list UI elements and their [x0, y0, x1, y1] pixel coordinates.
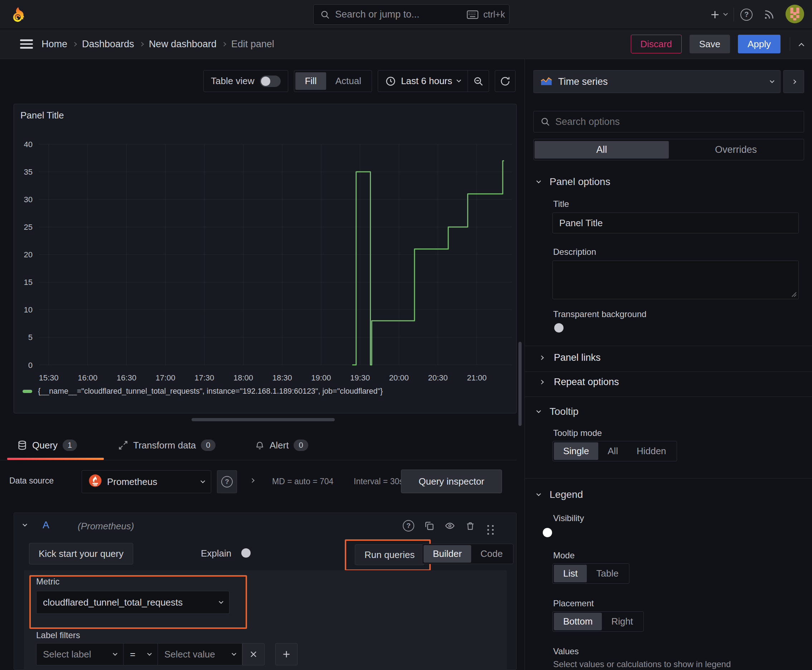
drag-handle-icon[interactable] [487, 525, 489, 527]
svg-text:15:30: 15:30 [39, 373, 58, 382]
bell-icon [255, 440, 264, 451]
panel-links-section[interactable]: Panel links [540, 352, 601, 363]
panel-title-input[interactable] [553, 213, 799, 233]
time-series-icon [540, 76, 553, 87]
menu-toggle-icon[interactable] [20, 39, 33, 49]
tab-transform-label: Transform data [133, 440, 196, 451]
kick-start-query-button[interactable]: Kick start your query [29, 543, 133, 564]
chevron-down-icon [723, 11, 728, 16]
chart-legend[interactable]: {__name__="cloudflared_tunnel_total_requ… [22, 387, 383, 396]
discard-button[interactable]: Discard [631, 35, 681, 53]
options-tab-overrides[interactable]: Overrides [669, 141, 803, 159]
breadcrumb-dashboards[interactable]: Dashboards [82, 39, 134, 50]
plus-icon [710, 9, 720, 20]
vertical-scrollbar[interactable] [519, 342, 522, 426]
query-options-expand-icon[interactable] [250, 478, 254, 483]
panel-view-toolbar: Table view Fill Actual Last 6 hours [0, 70, 517, 92]
table-view-toggle[interactable] [260, 76, 281, 87]
tooltip-header-label: Tooltip [549, 406, 578, 417]
tab-alert[interactable]: Alert 0 [255, 440, 308, 451]
datasource-picker[interactable]: Prometheus [81, 470, 211, 493]
legend-series-label: {__name__="cloudflared_tunnel_total_requ… [38, 387, 383, 396]
description-field-label: Description [553, 247, 596, 257]
options-search[interactable] [534, 111, 804, 132]
collapse-options-pane-icon[interactable] [799, 42, 805, 48]
options-tab-all[interactable]: All [534, 141, 669, 159]
news-rss-icon[interactable] [763, 9, 775, 20]
options-search-input[interactable] [555, 116, 797, 127]
help-icon[interactable]: ? [741, 8, 753, 21]
query-inspector-button[interactable]: Query inspector [401, 470, 502, 493]
datasource-help-button[interactable]: ? [217, 470, 237, 493]
search-icon [320, 10, 330, 20]
code-option[interactable]: Code [471, 545, 512, 563]
transparent-background-label: Transparent background [553, 309, 647, 319]
breadcrumb-home[interactable]: Home [42, 39, 67, 50]
apply-button[interactable]: Apply [738, 35, 780, 53]
tab-alert-count: 0 [293, 440, 308, 451]
tab-query[interactable]: Query 1 [17, 440, 77, 451]
delete-query-trash-icon[interactable] [465, 521, 475, 531]
tooltip-section-header[interactable]: Tooltip [537, 406, 578, 417]
avatar[interactable] [785, 5, 804, 25]
run-queries-button[interactable]: Run queries [355, 544, 424, 565]
query-collapse-icon[interactable] [22, 522, 27, 526]
new-menu-button[interactable] [710, 9, 727, 20]
global-search-input[interactable] [335, 9, 462, 20]
time-range-control: Last 6 hours [378, 70, 489, 92]
save-button[interactable]: Save [690, 35, 730, 53]
time-series-chart: 051015202530354015:3016:0016:3017:0017:3… [14, 126, 516, 392]
svg-text:18:30: 18:30 [273, 373, 292, 382]
legend-mode-table[interactable]: Table [587, 565, 627, 582]
add-filter-button[interactable] [275, 643, 298, 665]
fill-option[interactable]: Fill [295, 72, 326, 90]
svg-text:25: 25 [24, 223, 32, 232]
global-search[interactable]: ctrl+k [313, 4, 509, 25]
section-divider [525, 478, 812, 479]
query-options-interval[interactable]: Interval = 30s [354, 477, 403, 486]
time-range-picker[interactable]: Last 6 hours [378, 76, 468, 86]
collapse-viz-options-button[interactable] [783, 70, 804, 93]
svg-text:19:30: 19:30 [350, 373, 370, 382]
tooltip-mode-all[interactable]: All [598, 442, 627, 460]
toggle-visibility-eye-icon[interactable] [444, 521, 455, 531]
repeat-options-section[interactable]: Repeat options [540, 377, 619, 387]
svg-text:20:30: 20:30 [428, 373, 448, 382]
operator-dropdown[interactable]: = [124, 643, 158, 665]
panel-resize-handle[interactable] [192, 418, 335, 421]
duplicate-query-icon[interactable] [424, 521, 434, 531]
builder-option[interactable]: Builder [424, 545, 471, 563]
panel-options-header[interactable]: Panel options [537, 176, 610, 188]
zoom-out-icon[interactable] [468, 71, 489, 91]
query-ref-id[interactable]: A [42, 519, 49, 531]
select-value-dropdown[interactable]: Select value [158, 643, 242, 665]
active-tab-underline [7, 458, 104, 460]
description-textarea[interactable] [553, 261, 799, 299]
remove-filter-button[interactable] [242, 643, 264, 665]
grafana-logo-icon[interactable] [11, 7, 26, 24]
query-help-icon[interactable]: ? [403, 520, 414, 531]
chevron-down-icon [200, 479, 205, 483]
legend-placement-right[interactable]: Right [602, 613, 642, 630]
refresh-button[interactable] [495, 70, 515, 92]
clock-icon [385, 76, 396, 86]
legend-visibility-label: Visibility [553, 513, 584, 523]
actual-option[interactable]: Actual [326, 72, 371, 90]
tooltip-mode-single[interactable]: Single [554, 442, 598, 460]
svg-text:20:00: 20:00 [389, 373, 409, 382]
legend-section-header[interactable]: Legend [537, 489, 583, 500]
legend-mode-list[interactable]: List [554, 565, 587, 582]
metric-select[interactable]: cloudflared_tunnel_total_requests [36, 591, 229, 614]
tab-transform-data[interactable]: Transform data 0 [118, 440, 215, 451]
resize-handle-icon[interactable] [792, 292, 797, 297]
datasource-label: Data source [9, 476, 54, 486]
tooltip-mode-hidden[interactable]: Hidden [627, 442, 675, 460]
legend-placement-bottom[interactable]: Bottom [554, 613, 602, 630]
svg-text:0: 0 [28, 361, 32, 370]
repeat-options-label: Repeat options [554, 377, 619, 387]
select-label-dropdown[interactable]: Select label [36, 643, 124, 665]
query-options-md[interactable]: MD = auto = 704 [272, 477, 333, 486]
question-icon: ? [221, 476, 233, 487]
visualization-picker[interactable]: Time series [534, 70, 780, 93]
breadcrumb-new-dashboard[interactable]: New dashboard [149, 39, 217, 50]
